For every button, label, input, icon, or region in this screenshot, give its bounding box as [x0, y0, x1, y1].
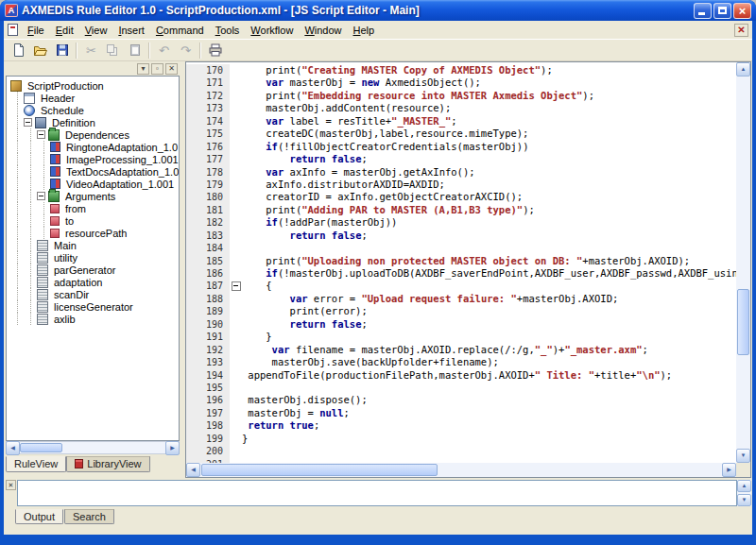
cut-icon: ✂	[86, 44, 96, 57]
left-panel-tabs: RuleViewLibraryView	[6, 456, 150, 472]
menu-item-command[interactable]: Command	[150, 23, 210, 38]
tree-item-resourcepath[interactable]: resourcePath	[10, 227, 179, 239]
fold-collapse-icon[interactable]	[230, 280, 242, 292]
code-line: 178 var axInfo = masterObj.getAxInfo();	[186, 166, 736, 179]
tab-libraryview[interactable]: LibraryView	[66, 456, 149, 472]
tab-output[interactable]: Output	[15, 509, 63, 524]
scroll-right-button[interactable]: ▶	[722, 463, 736, 477]
code-line: 173 masterObj.addContent(resource);	[186, 102, 736, 114]
maximize-button[interactable]	[713, 3, 731, 19]
scroll-left-button[interactable]: ◀	[6, 441, 20, 455]
tree-item-adaptation[interactable]: adaptation	[10, 276, 179, 288]
tree-item-to[interactable]: to	[10, 214, 179, 227]
menu-item-view[interactable]: View	[79, 23, 113, 38]
line-number: 171	[186, 77, 230, 89]
tree-item-label: Dependences	[63, 129, 131, 141]
scrollbar-thumb[interactable]	[201, 464, 438, 476]
fold-margin	[230, 115, 242, 128]
menu-item-insert[interactable]: Insert	[112, 23, 150, 38]
editor-vertical-scrollbar[interactable]: ▲ ▼	[736, 62, 750, 463]
tree-guide	[24, 227, 37, 239]
copy-button[interactable]	[102, 41, 124, 60]
menu-item-edit[interactable]: Edit	[50, 23, 79, 38]
code-line: 193 masterObj.save(backUpfolder+filename…	[186, 356, 736, 368]
line-number: 200	[186, 445, 230, 457]
tree-item-utility[interactable]: utility	[10, 251, 179, 264]
collapse-toggle[interactable]	[37, 130, 45, 139]
tree-guide	[24, 313, 37, 325]
collapse-toggle[interactable]	[24, 118, 32, 127]
toolbar: ✂↶↷	[4, 39, 752, 61]
panel-close-button[interactable]: ✕	[165, 63, 178, 75]
tree-guide	[24, 165, 37, 178]
minimize-button[interactable]	[694, 3, 712, 19]
menu-item-tools[interactable]: Tools	[210, 23, 246, 38]
collapse-toggle[interactable]	[37, 192, 45, 200]
output-close-button[interactable]: ✕	[6, 480, 16, 490]
tree-item-videoadaptation-1-001[interactable]: VideoAdaptation_1.001	[10, 178, 179, 190]
scroll-down-button[interactable]: ▼	[737, 494, 751, 506]
output-textbox[interactable]	[17, 480, 737, 506]
scroll-right-button[interactable]: ▶	[165, 441, 180, 455]
tree-item-main[interactable]: Main	[10, 239, 179, 251]
tree-guide	[24, 202, 37, 214]
line-number: 190	[186, 318, 230, 331]
code-line: 183 return false;	[186, 230, 736, 242]
scrollbar-thumb[interactable]	[20, 443, 62, 452]
script-icon	[37, 289, 48, 300]
tab-search[interactable]: Search	[64, 509, 114, 524]
close-button[interactable]: ×	[733, 3, 751, 19]
tree-item-licensegenerator[interactable]: licenseGenerator	[10, 300, 179, 313]
cut-button[interactable]: ✂	[80, 41, 102, 60]
tree-guide	[10, 104, 24, 116]
menu-item-workflow[interactable]: Workflow	[245, 23, 299, 38]
title-bar[interactable]: A AXMEDIS Rule Editor 1.0 - ScriptProduc…	[0, 0, 756, 21]
tree-item-definition[interactable]: Definition	[10, 116, 179, 128]
tree-guide	[37, 165, 50, 178]
code-line: 182 if(!addPar(masterObj))	[186, 216, 736, 229]
tree-guide	[24, 251, 37, 264]
redo-button[interactable]: ↷	[175, 41, 197, 60]
undo-button[interactable]: ↶	[153, 41, 175, 60]
scroll-left-button[interactable]: ◀	[186, 463, 200, 477]
menu-item-window[interactable]: Window	[299, 23, 347, 38]
line-number: 183	[186, 230, 230, 242]
pin-button[interactable]: ▫	[151, 63, 163, 75]
scroll-up-button[interactable]: ▲	[737, 480, 751, 492]
tree-item-label: Definition	[50, 117, 97, 128]
code-area[interactable]: 170 print("Creating MASTER Copy of AXMED…	[186, 62, 736, 463]
document-icon	[8, 24, 18, 36]
scroll-down-button[interactable]: ▼	[736, 449, 750, 463]
tree-item-imageprocessing-1-001[interactable]: ImageProcessing_1.001	[10, 153, 179, 165]
menu-item-help[interactable]: Help	[348, 23, 381, 38]
tree-item-ringtoneadaptation-1-0[interactable]: RingtoneAdaptation_1.0	[10, 141, 179, 153]
tree-item-scriptproduction[interactable]: ScriptProduction	[10, 79, 179, 92]
dependency-icon	[50, 179, 60, 189]
tree-item-from[interactable]: from	[10, 202, 179, 214]
menu-item-file[interactable]: File	[22, 23, 50, 38]
scrollbar-thumb[interactable]	[737, 289, 749, 355]
print-button[interactable]	[204, 41, 226, 60]
tree-item-textdocsadaptation-1-001[interactable]: TextDocsAdaptation_1.001	[10, 165, 179, 178]
tab-ruleview[interactable]: RuleView	[6, 456, 66, 472]
new-button[interactable]	[8, 41, 29, 60]
tree-item-axlib[interactable]: axlib	[10, 313, 179, 325]
code-line: 187 {	[186, 280, 736, 292]
tree-item-header[interactable]: Header	[10, 92, 179, 104]
tree-horizontal-scrollbar[interactable]: ◀ ▶	[6, 441, 180, 454]
tree-item-arguments[interactable]: Arguments	[10, 190, 179, 202]
tree-item-dependences[interactable]: Dependences	[10, 128, 179, 141]
mdi-close-button[interactable]: ✕	[734, 24, 748, 37]
tree-item-pargenerator[interactable]: parGenerator	[10, 264, 179, 276]
editor-horizontal-scrollbar[interactable]: ◀ ▶	[186, 463, 736, 477]
open-button[interactable]	[29, 41, 51, 60]
save-button[interactable]	[51, 41, 73, 60]
scroll-up-button[interactable]: ▲	[736, 62, 750, 77]
output-scrollbar[interactable]: ▲ ▼	[737, 480, 751, 506]
tab-label: LibraryView	[87, 458, 141, 469]
panel-menu-button[interactable]: ▾	[137, 63, 149, 75]
tree-item-schedule[interactable]: Schedule	[10, 104, 179, 116]
script-icon	[37, 277, 48, 288]
tree-item-scandir[interactable]: scanDir	[10, 288, 179, 300]
paste-button[interactable]	[124, 41, 146, 60]
